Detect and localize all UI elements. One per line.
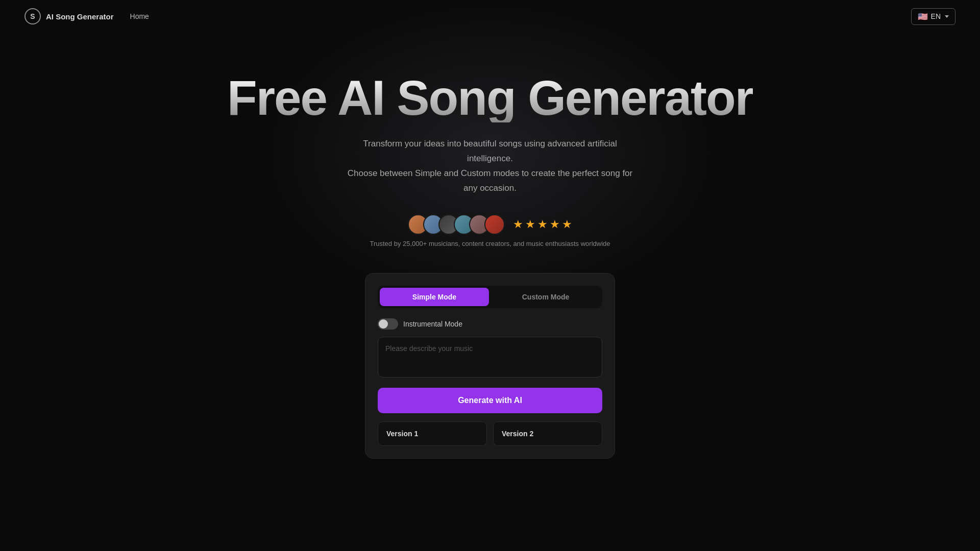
generator-card: Simple Mode Custom Mode Instrumental Mod… bbox=[365, 273, 615, 459]
version-cards: Version 1 Version 2 bbox=[378, 421, 602, 446]
tab-simple-mode[interactable]: Simple Mode bbox=[380, 288, 489, 306]
version-1-label: Version 1 bbox=[386, 430, 418, 438]
avatar bbox=[484, 214, 505, 235]
avatars-stack bbox=[408, 214, 505, 235]
star-rating: ★ ★ ★ ★ ★ bbox=[513, 218, 572, 231]
hero-subtitle: Transform your ideas into beautiful song… bbox=[347, 137, 633, 196]
version-card-1: Version 1 bbox=[378, 421, 487, 446]
star-icon: ★ bbox=[562, 218, 572, 231]
brand-logo-icon: S bbox=[24, 8, 41, 24]
instrumental-toggle[interactable] bbox=[378, 318, 398, 330]
nav-home-link[interactable]: Home bbox=[130, 12, 149, 20]
social-proof: ★ ★ ★ ★ ★ Trusted by 25,000+ musicians, … bbox=[370, 214, 610, 247]
trusted-text: Trusted by 25,000+ musicians, content cr… bbox=[370, 240, 610, 247]
navbar: S AI Song Generator Home 🇺🇸 EN bbox=[0, 0, 980, 33]
brand-logo-link[interactable]: S AI Song Generator bbox=[24, 8, 114, 24]
star-icon: ★ bbox=[525, 218, 535, 231]
hero-title: Free AI Song Generator bbox=[227, 73, 753, 122]
version-2-label: Version 2 bbox=[502, 430, 533, 438]
toggle-label: Instrumental Mode bbox=[403, 320, 462, 328]
generate-button[interactable]: Generate with AI bbox=[378, 388, 602, 413]
navbar-left: S AI Song Generator Home bbox=[24, 8, 149, 24]
flag-icon: 🇺🇸 bbox=[918, 12, 928, 21]
mode-tabs: Simple Mode Custom Mode bbox=[378, 286, 602, 308]
language-selector[interactable]: 🇺🇸 EN bbox=[911, 8, 955, 25]
lang-code-label: EN bbox=[931, 12, 941, 20]
star-icon: ★ bbox=[550, 218, 560, 231]
chevron-down-icon bbox=[945, 15, 949, 18]
star-icon: ★ bbox=[537, 218, 548, 231]
version-card-2: Version 2 bbox=[493, 421, 602, 446]
music-description-input[interactable] bbox=[378, 337, 602, 378]
brand-name: AI Song Generator bbox=[46, 12, 114, 21]
toggle-knob bbox=[379, 319, 388, 329]
avatars-stars-row: ★ ★ ★ ★ ★ bbox=[408, 214, 572, 235]
tab-custom-mode[interactable]: Custom Mode bbox=[491, 288, 600, 306]
star-icon: ★ bbox=[513, 218, 523, 231]
instrumental-toggle-row: Instrumental Mode bbox=[378, 318, 602, 330]
hero-section: Free AI Song Generator Transform your id… bbox=[0, 33, 980, 459]
